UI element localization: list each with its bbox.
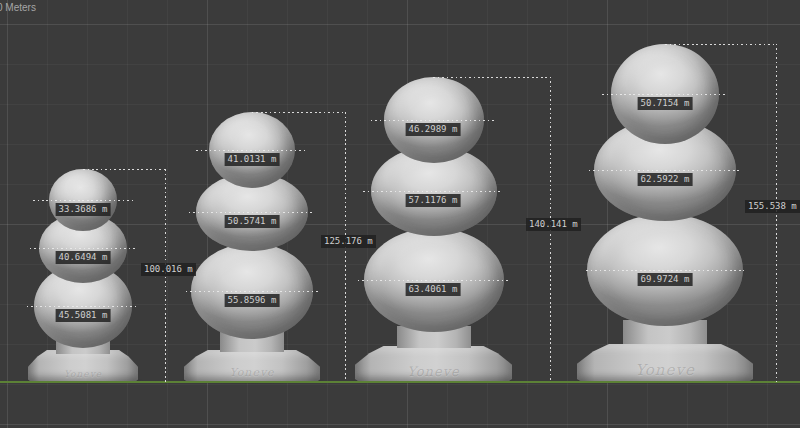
height-dimension-line — [165, 169, 166, 382]
height-dimension-label: 155.538 m — [745, 200, 800, 213]
model-base: Yoneve — [28, 350, 138, 382]
model-bulb-bottom — [587, 214, 743, 326]
blender-3d-viewport[interactable]: 0 Meters Yoneve33.3686 m40.6494 m45.5081… — [0, 0, 800, 428]
model-1[interactable]: Yoneve — [28, 169, 138, 382]
model-base: Yoneve — [577, 344, 753, 382]
base-logo-text: Yoneve — [635, 361, 695, 379]
height-dimension-line — [776, 44, 777, 382]
base-logo-text: Yoneve — [64, 369, 102, 379]
height-dimension-line — [550, 77, 551, 382]
model-2[interactable]: Yoneve — [184, 112, 320, 382]
model-bulb-top — [384, 77, 484, 163]
model-bulb-bottom — [191, 243, 313, 339]
base-logo-text: Yoneve — [407, 364, 459, 379]
model-base: Yoneve — [184, 350, 320, 382]
model-bulb-top — [209, 112, 295, 188]
ground-axis-line — [0, 381, 800, 383]
model-4[interactable]: Yoneve — [577, 44, 753, 382]
model-3[interactable]: Yoneve — [355, 77, 512, 382]
model-bulb-top — [49, 169, 117, 231]
height-dimension-label: 140.141 m — [526, 218, 581, 231]
grid-scale-label: 0 Meters — [0, 2, 36, 13]
model-bulb-top — [611, 44, 719, 144]
model-bulb-bottom — [364, 228, 504, 332]
base-logo-text: Yoneve — [229, 366, 274, 379]
height-dimension-line — [345, 112, 346, 382]
model-base: Yoneve — [355, 346, 512, 382]
